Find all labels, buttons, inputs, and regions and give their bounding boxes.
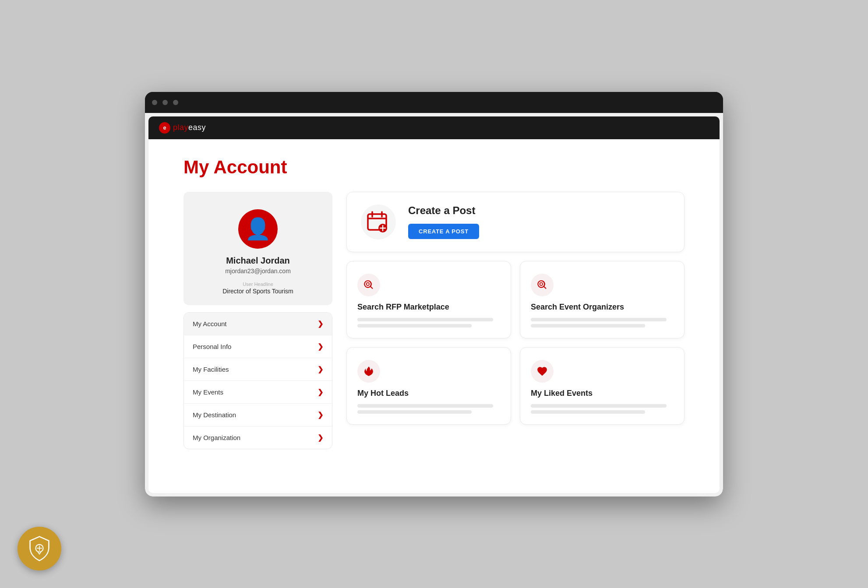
profile-headline: Director of Sports Tourism bbox=[194, 288, 322, 295]
browser-dot-1 bbox=[152, 100, 157, 105]
line-2 bbox=[357, 324, 472, 327]
logo-area: e playeasy bbox=[159, 122, 206, 134]
nav-item-personal-info[interactable]: Personal Info ❯ bbox=[184, 335, 332, 358]
hot-leads-lines bbox=[357, 404, 500, 414]
calendar-plus-icon bbox=[366, 210, 391, 234]
feature-card-liked-events[interactable]: My Liked Events bbox=[520, 347, 685, 425]
feature-card-search-rfp[interactable]: Search RFP Marketplace bbox=[346, 261, 511, 338]
nav-item-my-destination-label: My Destination bbox=[193, 411, 236, 419]
logo-play: play bbox=[173, 123, 188, 132]
search-organizers-lines bbox=[531, 318, 674, 327]
left-sidebar: 👤 Michael Jordan mjordan23@jordan.com Us… bbox=[183, 192, 332, 449]
gold-shield-badge bbox=[18, 527, 61, 570]
profile-name: Michael Jordan bbox=[194, 256, 322, 266]
nav-item-personal-info-label: Personal Info bbox=[193, 343, 231, 350]
nav-item-my-events-label: My Events bbox=[193, 388, 223, 396]
nav-item-my-destination[interactable]: My Destination ❯ bbox=[184, 404, 332, 426]
search-rfp-icon-wrap bbox=[357, 274, 380, 296]
search-rfp-title: Search RFP Marketplace bbox=[357, 303, 500, 312]
create-post-title: Create a Post bbox=[408, 204, 670, 217]
browser-dot-2 bbox=[162, 100, 168, 105]
logo-e: e bbox=[163, 124, 166, 131]
profile-card: 👤 Michael Jordan mjordan23@jordan.com Us… bbox=[183, 192, 332, 305]
line-1 bbox=[357, 404, 493, 408]
browser-topbar bbox=[145, 92, 723, 113]
profile-email: mjordan23@jordan.com bbox=[194, 268, 322, 275]
logo-easy: easy bbox=[188, 123, 206, 132]
nav-item-my-events[interactable]: My Events ❯ bbox=[184, 381, 332, 404]
shield-icon bbox=[26, 535, 53, 562]
nav-item-my-account-label: My Account bbox=[193, 320, 227, 327]
nav-item-my-organization-label: My Organization bbox=[193, 434, 240, 441]
line-1 bbox=[531, 404, 667, 408]
hot-leads-title: My Hot Leads bbox=[357, 389, 500, 398]
nav-item-my-organization[interactable]: My Organization ❯ bbox=[184, 426, 332, 449]
browser-dot-3 bbox=[173, 100, 178, 105]
search-rfp-lines bbox=[357, 318, 500, 327]
liked-events-title: My Liked Events bbox=[531, 389, 674, 398]
browser-frame: e playeasy My Account 👤 bbox=[145, 92, 723, 496]
line-2 bbox=[357, 410, 472, 414]
hot-leads-icon-wrap bbox=[357, 360, 380, 383]
app-window: e playeasy My Account 👤 bbox=[148, 116, 720, 493]
heart-icon bbox=[536, 366, 548, 377]
profile-headline-label: User Headline bbox=[194, 282, 322, 287]
nav-item-my-facilities-label: My Facilities bbox=[193, 366, 229, 373]
search-organizers-icon-wrap bbox=[531, 274, 554, 296]
fire-icon bbox=[363, 366, 374, 377]
feature-card-hot-leads[interactable]: My Hot Leads bbox=[346, 347, 511, 425]
content-grid: 👤 Michael Jordan mjordan23@jordan.com Us… bbox=[183, 192, 685, 449]
search-rfp-icon bbox=[363, 279, 374, 291]
logo-icon: e bbox=[159, 122, 170, 134]
create-post-button[interactable]: CREATE A POST bbox=[408, 224, 479, 239]
right-content: Create a Post CREATE A POST bbox=[346, 192, 685, 425]
svg-point-7 bbox=[367, 282, 370, 285]
nav-chevron-my-destination: ❯ bbox=[318, 411, 323, 419]
line-2 bbox=[531, 324, 645, 327]
svg-point-8 bbox=[540, 282, 543, 285]
nav-chevron-my-events: ❯ bbox=[318, 388, 323, 396]
page-title: My Account bbox=[183, 157, 685, 178]
create-post-card: Create a Post CREATE A POST bbox=[346, 192, 685, 252]
feature-card-search-organizers[interactable]: Search Event Organizers bbox=[520, 261, 685, 338]
nav-chevron-my-organization: ❯ bbox=[318, 433, 323, 442]
top-nav: e playeasy bbox=[148, 116, 720, 139]
line-1 bbox=[531, 318, 667, 321]
nav-item-my-account[interactable]: My Account ❯ bbox=[184, 313, 332, 335]
nav-chevron-my-account: ❯ bbox=[318, 320, 323, 328]
avatar: 👤 bbox=[238, 209, 278, 249]
browser-content: e playeasy My Account 👤 bbox=[145, 113, 723, 496]
search-organizers-icon bbox=[536, 279, 548, 291]
liked-events-lines bbox=[531, 404, 674, 414]
create-post-body: Create a Post CREATE A POST bbox=[408, 204, 670, 239]
nav-chevron-my-facilities: ❯ bbox=[318, 365, 323, 373]
nav-menu: My Account ❯ Personal Info ❯ My Faciliti… bbox=[183, 312, 332, 449]
search-organizers-title: Search Event Organizers bbox=[531, 303, 674, 312]
create-post-icon-wrap bbox=[361, 204, 396, 239]
line-2 bbox=[531, 410, 645, 414]
avatar-icon: 👤 bbox=[245, 218, 271, 239]
main-content: My Account 👤 Michael Jordan mjordan23@jo… bbox=[148, 139, 720, 475]
feature-cards-grid: Search RFP Marketplace bbox=[346, 261, 685, 425]
line-1 bbox=[357, 318, 493, 321]
nav-chevron-personal-info: ❯ bbox=[318, 342, 323, 351]
nav-item-my-facilities[interactable]: My Facilities ❯ bbox=[184, 358, 332, 381]
liked-events-icon-wrap bbox=[531, 360, 554, 383]
logo-text: playeasy bbox=[173, 123, 206, 132]
